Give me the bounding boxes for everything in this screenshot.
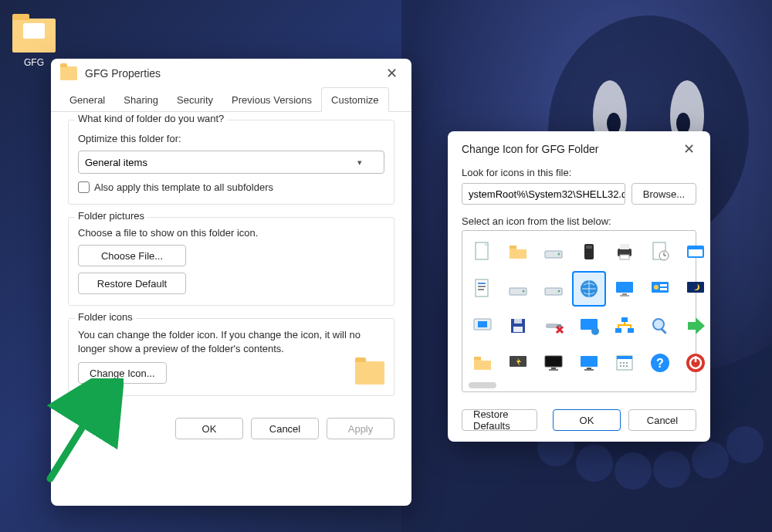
optimize-label: Optimize this folder for: [78,133,384,144]
svg-rect-58 [661,328,667,334]
subfolders-checkbox-label: Also apply this template to all subfolde… [94,181,273,193]
svg-rect-29 [478,289,484,290]
svg-point-57 [653,319,664,330]
folder-icon [12,19,56,53]
tabs: General Sharing Security Previous Versio… [51,86,411,112]
close-button[interactable]: ✕ [678,141,699,158]
magnifier-icon[interactable] [645,310,676,342]
folder-yellow-icon[interactable] [467,347,498,379]
svg-rect-20 [620,244,629,249]
svg-point-44 [692,283,698,290]
svg-point-33 [558,290,560,293]
svg-rect-65 [587,368,591,369]
optical-drive-icon[interactable] [538,273,569,305]
display-network-icon[interactable] [574,310,604,342]
restore-default-button[interactable]: Restore Default [78,273,186,294]
text-page-icon[interactable] [467,273,498,305]
clock-page-icon[interactable] [645,236,676,268]
cancel-button[interactable]: Cancel [251,418,319,439]
change-icon-dialog: Change Icon for GFG Folder ✕ Look for ic… [448,131,710,442]
tab-security[interactable]: Security [168,88,222,111]
scrollbar[interactable] [469,382,496,388]
cancel-button[interactable]: Cancel [628,409,696,431]
floppy-drive-icon[interactable] [503,273,533,305]
folder-pictures-group: Folder pictures Choose a file to show on… [68,217,394,306]
svg-rect-40 [660,284,667,286]
look-label: Look for icons in this file: [462,167,696,178]
icon-file-path-input[interactable]: ystemRoot%\System32\SHELL32.dll [462,183,625,205]
network-tree-icon[interactable] [609,310,640,342]
tab-sharing[interactable]: Sharing [114,88,168,111]
display-moon-icon[interactable] [680,273,711,305]
icon-grid[interactable]: ? [467,236,691,379]
svg-rect-62 [551,368,556,369]
control-panel-icon[interactable] [645,273,676,305]
display-page-icon[interactable] [467,310,498,342]
svg-rect-49 [513,327,523,332]
titlebar[interactable]: GFG Properties ✕ [51,59,411,86]
svg-point-8 [615,452,652,490]
chip-icon[interactable] [574,236,604,268]
folder-icons-group: Folder icons You can change the folder i… [68,318,394,396]
help-icon[interactable]: ? [645,347,676,379]
blank-page-icon[interactable] [467,236,498,268]
choose-file-button[interactable]: Choose File... [78,245,186,266]
svg-rect-54 [621,317,628,322]
svg-rect-36 [622,293,627,295]
tab-general[interactable]: General [60,88,114,111]
dialog-footer: OK Cancel Apply [51,408,411,453]
folder-icon[interactable] [503,236,533,268]
svg-rect-73 [695,356,697,362]
svg-rect-27 [478,283,486,284]
svg-rect-41 [660,288,667,290]
close-button[interactable]: ✕ [381,65,402,82]
desktop-folder-label: GFG [12,57,56,68]
folder-preview-icon [355,361,384,385]
group-label: Folder icons [75,311,136,323]
change-icon-button[interactable]: Change Icon... [78,362,167,384]
svg-rect-68 [617,356,632,359]
display-solid-icon[interactable] [574,347,604,379]
svg-point-7 [576,445,613,482]
tab-customize[interactable]: Customize [321,87,388,112]
calendar-icon[interactable] [609,347,640,379]
svg-rect-64 [581,356,598,367]
tab-previous-versions[interactable]: Previous Versions [222,88,321,111]
subfolders-checkbox[interactable] [78,181,90,193]
customize-pane: What kind of folder do you want? Optimiz… [51,112,411,408]
optimize-select[interactable]: General items ▾ [78,151,384,174]
pictures-help: Choose a file to show on this folder ico… [78,227,384,239]
svg-rect-26 [476,280,488,296]
window-title: GFG Properties [85,67,381,80]
desktop-folder-gfg[interactable]: GFG [12,19,56,68]
svg-rect-63 [549,369,558,371]
display-blue-icon[interactable] [609,273,640,305]
printer-icon[interactable] [609,236,640,268]
browse-button[interactable]: Browse... [631,183,696,205]
display-icon[interactable] [538,347,569,379]
restore-defaults-button[interactable]: Restore Defaults [462,409,537,431]
group-label: Folder pictures [75,210,147,222]
arrow-green-icon[interactable] [680,310,711,342]
apply-button[interactable]: Apply [327,418,394,439]
svg-rect-25 [689,249,703,256]
svg-rect-18 [586,246,592,249]
window-icon[interactable] [680,236,711,268]
power-icon[interactable] [680,347,711,379]
desktop[interactable]: GFG GFG Properties ✕ General Sharing Sec… [0,0,772,532]
ok-button[interactable]: OK [553,409,621,431]
svg-rect-21 [620,255,629,259]
icon-file-path-value: ystemRoot%\System32\SHELL32.dll [469,188,625,200]
titlebar[interactable]: Change Icon for GFG Folder ✕ [448,131,710,164]
svg-point-9 [653,451,690,488]
ok-button[interactable]: OK [175,418,243,439]
svg-point-16 [558,253,560,256]
usb-red-x-icon[interactable] [538,310,569,342]
floppy-icon[interactable] [503,310,533,342]
svg-rect-46 [478,321,487,327]
display-spark-icon[interactable] [503,347,533,379]
drive-icon[interactable] [538,236,569,268]
svg-text:?: ? [656,357,664,370]
svg-rect-56 [628,328,634,333]
globe-icon[interactable] [574,273,604,305]
